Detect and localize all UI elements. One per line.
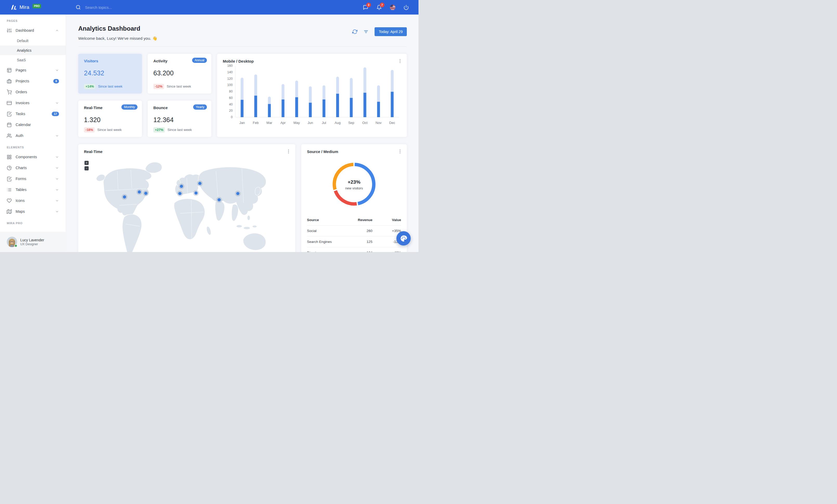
world-map-svg <box>84 157 289 252</box>
more-vertical-icon[interactable] <box>397 58 403 64</box>
sidebar-item-label: Calendar <box>16 123 31 127</box>
sidebar-item-label: Icons <box>16 199 25 203</box>
chart-card-title: Mobile / Desktop <box>223 59 254 63</box>
theme-customizer-button[interactable] <box>396 231 411 245</box>
more-vertical-icon[interactable] <box>397 149 403 154</box>
cell-value: +46% <box>388 247 401 252</box>
notifications-bell-icon[interactable]: 7 <box>376 5 382 10</box>
sidebar-item-orders[interactable]: Orders <box>0 87 66 97</box>
stat-delta-chip: +27% <box>153 127 165 132</box>
page-title: Analytics Dashboard <box>78 25 157 33</box>
sidebar-subitem-analytics[interactable]: Analytics <box>0 45 66 55</box>
bottom-grid: Real-Time + - <box>78 144 407 252</box>
map-visitor-marker <box>180 185 183 188</box>
search-input[interactable] <box>85 5 168 10</box>
chevron-down-icon <box>55 199 59 203</box>
stat-value: 12.364 <box>153 116 206 124</box>
sidebar-section-label-elements: ELEMENTS <box>0 141 66 151</box>
sidebar-item-icons[interactable]: Icons <box>0 195 66 206</box>
chevron-down-icon <box>55 188 59 192</box>
check-square-icon <box>7 111 12 116</box>
sidebar-item-dashboard[interactable]: Dashboard <box>0 25 66 36</box>
heart-icon <box>7 198 12 203</box>
svg-text:Jul: Jul <box>322 121 326 125</box>
chevron-down-icon <box>55 155 59 159</box>
grid-icon <box>7 154 12 160</box>
search-icon <box>76 5 81 10</box>
stat-card-activity: ActivityAnnual63.200-12%Since last week <box>148 54 211 94</box>
stat-period-badge[interactable]: Yearly <box>193 105 207 110</box>
map-icon <box>7 209 12 214</box>
donut-center-label: new visitors <box>345 186 363 190</box>
stat-value: 1.320 <box>84 116 136 124</box>
sidebar-item-charts[interactable]: Charts <box>0 162 66 173</box>
sidebar-item-components[interactable]: Components <box>0 151 66 162</box>
sidebar-item-auth[interactable]: Auth <box>0 130 66 141</box>
stat-card-bounce: BounceYearly12.364+27%Since last week <box>148 100 211 137</box>
stacked-bar-chart: 020406080100120140160JanFebMarAprMayJunJ… <box>223 64 401 127</box>
svg-text:May: May <box>293 121 300 125</box>
briefcase-icon <box>7 79 12 83</box>
map-visitor-marker <box>217 198 221 201</box>
source-medium-card: Source / Medium +23% new visitors Source… <box>301 144 407 252</box>
chevron-down-icon <box>55 177 59 181</box>
sidebar-user-footer[interactable]: Lucy Lavender UX Designer <box>0 232 66 252</box>
stat-period-badge[interactable]: Monthly <box>121 105 138 110</box>
sidebar-item-label: Auth <box>16 133 23 138</box>
sidebar-item-label: Projects <box>16 79 29 83</box>
donut-center-value: +23% <box>348 179 360 185</box>
pro-badge: PRO <box>33 4 41 8</box>
pie-chart-icon <box>7 166 12 170</box>
sidebar-item-tables[interactable]: Tables <box>0 184 66 195</box>
chevron-down-icon <box>55 134 59 138</box>
refresh-icon[interactable] <box>352 29 357 34</box>
navbar-actions: 3 7 <box>363 5 418 10</box>
stat-note: Since last week <box>97 128 122 132</box>
svg-text:40: 40 <box>229 102 233 106</box>
map-visitor-marker <box>178 192 181 195</box>
stat-value: 24.532 <box>84 69 136 77</box>
layout-icon <box>7 68 12 73</box>
sidebar-item-invoices[interactable]: Invoices <box>0 97 66 108</box>
stat-period-badge[interactable]: Annual <box>192 58 207 63</box>
map-visitor-marker <box>194 191 198 194</box>
svg-text:0: 0 <box>231 115 233 119</box>
filter-icon[interactable] <box>363 29 369 34</box>
svg-text:140: 140 <box>227 70 233 74</box>
brand[interactable]: Mira PRO <box>0 4 66 11</box>
more-vertical-icon[interactable] <box>286 149 291 154</box>
table-header-source: Source <box>307 216 344 225</box>
svg-text:Nov: Nov <box>376 121 382 125</box>
messages-icon[interactable]: 3 <box>363 5 368 10</box>
sidebar-item-calendar[interactable]: Calendar <box>0 119 66 130</box>
palette-icon <box>400 235 407 242</box>
bar-jul: Jul <box>322 85 326 125</box>
stat-title: Visitors <box>84 59 136 63</box>
world-map: + - <box>84 157 289 252</box>
top-navbar: Mira PRO 3 7 <box>0 0 418 15</box>
sidebar-subitem-saas[interactable]: SaaS <box>0 55 66 65</box>
stat-note: Since last week <box>98 85 122 88</box>
today-date-button[interactable]: Today: April 29 <box>375 27 407 36</box>
sidebar-item-projects[interactable]: Projects8 <box>0 76 66 87</box>
user-name: Lucy Lavender <box>20 238 44 243</box>
source-card-title: Source / Medium <box>307 149 338 154</box>
map-zoom-in-button[interactable]: + <box>85 161 89 165</box>
language-us-flag-icon[interactable] <box>390 5 395 10</box>
sidebar-subitem-default[interactable]: Default <box>0 36 66 45</box>
svg-text:Feb: Feb <box>253 121 259 125</box>
stat-card-real-time: Real-TimeMonthly1.320-18%Since last week <box>78 100 142 137</box>
power-sign-out-icon[interactable] <box>404 5 409 10</box>
sidebar-item-tasks[interactable]: Tasks17 <box>0 108 66 119</box>
sidebar-item-forms[interactable]: Forms <box>0 173 66 184</box>
svg-text:Apr: Apr <box>281 121 286 125</box>
sidebar-item-pages[interactable]: Pages <box>0 65 66 76</box>
sidebar-item-maps[interactable]: Maps <box>0 206 66 217</box>
map-zoom-out-button[interactable]: - <box>85 166 89 170</box>
map-visitor-marker <box>198 182 201 185</box>
bar-apr: Apr <box>281 84 286 125</box>
sidebar-section-label-mira-pro: MIRA PRO <box>0 217 66 227</box>
sidebar-badge: 17 <box>52 112 59 116</box>
sidebar-item-label: Tasks <box>16 112 25 116</box>
map-visitor-marker <box>236 192 239 195</box>
